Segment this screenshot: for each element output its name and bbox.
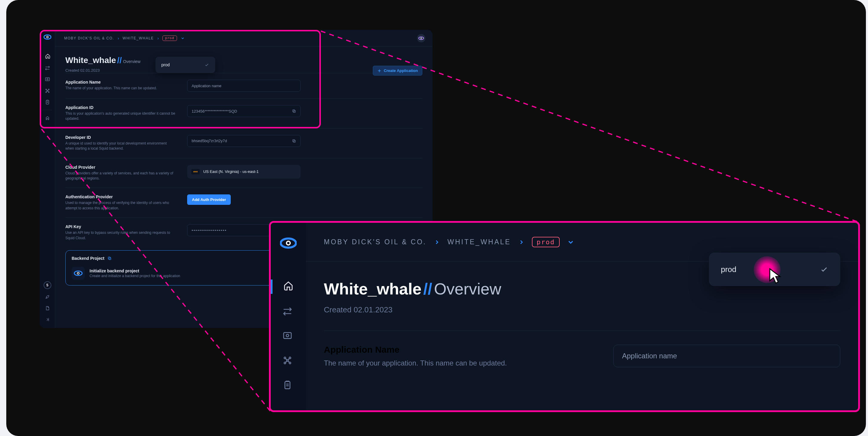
badge-number: 5 xyxy=(46,283,49,287)
svg-point-30 xyxy=(286,334,289,337)
label-app-name: Application Name xyxy=(324,345,569,355)
nav-clipboard-icon[interactable] xyxy=(282,380,294,392)
input-app-name[interactable]: Application name xyxy=(613,345,840,367)
canvas-background: 5 MOBY DICK'S OIL & CO. › WHITE_WHALE › … xyxy=(6,0,866,436)
title-separator: // xyxy=(422,280,434,298)
chevron-right-icon xyxy=(434,239,440,245)
title-page-name: Overview xyxy=(434,280,501,298)
chevron-right-icon xyxy=(518,239,525,245)
desc-apikey: Use an API key to bypass security rules … xyxy=(65,230,176,241)
nav-transfer-icon[interactable] xyxy=(282,307,294,318)
desc-dev-id: A unique id used to identify your local … xyxy=(65,141,176,151)
backend-init-sub: Create and initialize a backend project … xyxy=(90,274,180,278)
input-app-name-placeholder: Application name xyxy=(622,352,677,360)
breadcrumb-app[interactable]: WHITE_WHALE xyxy=(447,238,511,246)
aws-logo-icon: aws xyxy=(191,169,200,174)
zoom-panel: MOBY DICK'S OIL & CO. WHITE_WHALE prod W… xyxy=(269,221,860,412)
field-dev-id: bhsed5bq7zr3rt2y7d xyxy=(187,135,301,147)
nav-rocket-icon[interactable] xyxy=(44,293,51,300)
nav-docs-icon[interactable] xyxy=(44,304,51,312)
desc-cloud: Cloud providers offer a variety of servi… xyxy=(65,171,176,181)
value-apikey: •••••••••••••••••• xyxy=(192,228,227,233)
label-dev-id: Developer ID xyxy=(65,135,187,140)
created-date: Created 02.01.2023 xyxy=(324,305,840,315)
label-cloud: Cloud Provider xyxy=(65,165,187,170)
svg-point-33 xyxy=(284,362,286,364)
nav-display-icon[interactable] xyxy=(282,331,294,343)
svg-rect-18 xyxy=(108,258,111,260)
svg-point-31 xyxy=(284,357,286,359)
svg-point-22 xyxy=(78,273,79,274)
chevron-down-icon[interactable] xyxy=(567,238,575,246)
backend-heading: Backend Project xyxy=(72,256,104,261)
env-tag[interactable]: prod xyxy=(532,237,560,247)
cloud-region-pill: aws US East (N. Virginia) - us-east-1 xyxy=(187,165,301,179)
sidebar-count-badge[interactable]: 5 xyxy=(43,281,51,289)
svg-point-34 xyxy=(289,362,291,364)
backend-init-title: Initialize backend project xyxy=(90,268,180,273)
svg-point-32 xyxy=(289,357,291,359)
nav-graph-icon[interactable] xyxy=(282,355,294,367)
logo-icon xyxy=(280,235,297,252)
svg-point-28 xyxy=(287,242,289,244)
nav-home-icon[interactable] xyxy=(283,281,295,293)
copy-icon[interactable] xyxy=(107,256,112,260)
add-auth-button[interactable]: Add Auth Provider xyxy=(187,195,231,205)
plus-icon xyxy=(377,69,381,73)
cursor-icon xyxy=(768,268,782,284)
section-app-name: Application Name The name of your applic… xyxy=(324,330,840,369)
env-dropdown[interactable]: prod xyxy=(709,253,840,286)
desc-auth: Used to manage the process of verifying … xyxy=(65,200,176,211)
zoom-sidebar xyxy=(271,223,306,410)
label-auth: Authentication Provider xyxy=(65,195,187,199)
svg-rect-36 xyxy=(285,382,290,389)
title-app-name: White_whale xyxy=(324,280,422,298)
create-application-button[interactable]: Create Application xyxy=(373,66,422,76)
desc-app-name: The name of your application. This name … xyxy=(324,358,527,369)
breadcrumb-org[interactable]: MOBY DICK'S OIL & CO. xyxy=(324,238,427,246)
svg-point-35 xyxy=(286,359,288,361)
value-dev-id: bhsed5bq7zr3rt2y7d xyxy=(192,139,227,143)
copy-icon[interactable] xyxy=(292,139,296,143)
create-app-label: Create Application xyxy=(384,68,418,73)
svg-rect-16 xyxy=(293,140,296,142)
zoom-main: White_whale//Overview Created 02.01.2023… xyxy=(306,262,858,410)
cloud-region-text: US East (N. Virginia) - us-east-1 xyxy=(203,169,258,174)
avatar[interactable] xyxy=(417,34,425,42)
svg-rect-29 xyxy=(284,333,291,339)
section-cloud: Cloud Provider Cloud providers offer a v… xyxy=(65,158,422,188)
section-dev-id: Developer ID A unique id used to identif… xyxy=(65,128,422,158)
svg-point-13 xyxy=(421,38,422,39)
svg-rect-19 xyxy=(108,257,110,259)
env-dropdown-value: prod xyxy=(721,265,736,274)
svg-rect-17 xyxy=(292,140,294,142)
backend-logo-icon xyxy=(72,267,85,280)
nav-collapse-icon[interactable] xyxy=(44,316,51,323)
check-icon xyxy=(820,265,828,273)
section-auth: Authentication Provider Used to manage t… xyxy=(65,187,422,217)
zoom-source-rectangle xyxy=(40,30,321,128)
label-apikey: API Key xyxy=(65,224,187,229)
